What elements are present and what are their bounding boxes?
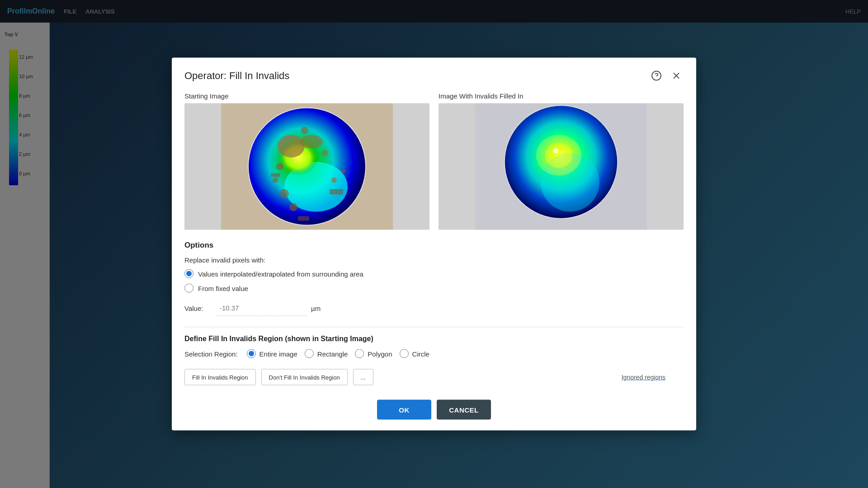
close-button[interactable] (669, 69, 684, 83)
bottom-row: Fill In Invalids Region Don't Fill In In… (184, 369, 684, 385)
svg-rect-21 (271, 174, 280, 177)
svg-point-13 (331, 178, 337, 183)
starting-image-label: Starting Image (184, 92, 429, 100)
svg-point-14 (280, 189, 289, 198)
svg-point-17 (341, 169, 345, 174)
starting-image-svg (184, 103, 429, 230)
replace-label: Replace invalid pixels with: (184, 256, 684, 264)
svg-point-10 (278, 135, 305, 158)
starting-image-container (184, 103, 429, 230)
dialog-title: Operator: Fill In Invalids (184, 70, 289, 82)
close-icon (671, 70, 682, 81)
region-circle-label: Circle (412, 350, 429, 357)
define-section: Define Fill In Invalids Region (shown in… (184, 335, 684, 358)
images-section: Starting Image (184, 92, 684, 230)
region-polygon[interactable]: Polygon (355, 349, 392, 358)
selection-row: Selection Region: Entire image Rectangle… (184, 349, 684, 358)
help-icon (651, 70, 662, 81)
result-image-label: Image With Invalids Filled In (439, 92, 684, 100)
dialog-header: Operator: Fill In Invalids (184, 69, 684, 83)
value-label: Value: (184, 304, 212, 312)
region-rectangle[interactable]: Rectangle (305, 349, 348, 358)
region-polygon-label: Polygon (368, 350, 392, 357)
selection-label: Selection Region: (184, 350, 238, 357)
region-circle[interactable]: Circle (400, 349, 429, 358)
svg-point-18 (273, 178, 278, 183)
region-entire[interactable]: Entire image (247, 349, 297, 358)
svg-rect-22 (298, 216, 309, 221)
dialog-header-actions (649, 69, 684, 83)
options-title: Options (184, 241, 684, 250)
result-image-panel: Image With Invalids Filled In (439, 92, 684, 230)
dont-fill-region-button[interactable]: Don't Fill In Invalids Region (261, 369, 348, 385)
region-circle-input[interactable] (400, 349, 409, 358)
region-entire-label: Entire image (259, 350, 297, 357)
action-buttons: OK CANCEL (184, 396, 684, 420)
value-input[interactable] (216, 300, 307, 316)
help-button[interactable] (649, 69, 664, 83)
extra-button[interactable]: ... (353, 369, 373, 385)
options-section: Options Replace invalid pixels with: Val… (184, 241, 684, 316)
define-title: Define Fill In Invalids Region (shown in… (184, 335, 684, 343)
replace-radio-group: Values interpolated/extrapolated from su… (184, 269, 684, 293)
result-image-container (439, 103, 684, 230)
cancel-button[interactable]: CANCEL (437, 400, 491, 420)
svg-point-15 (322, 150, 328, 156)
region-entire-input[interactable] (247, 349, 256, 358)
starting-image-panel: Starting Image (184, 92, 429, 230)
radio-fixed-label: From fixed value (198, 284, 248, 292)
svg-rect-20 (330, 189, 343, 195)
value-unit: µm (311, 304, 321, 312)
radio-interpolate-label: Values interpolated/extrapolated from su… (198, 270, 363, 277)
value-row: Value: µm (184, 300, 684, 316)
svg-point-29 (545, 143, 572, 168)
svg-point-16 (289, 203, 297, 211)
svg-point-12 (276, 163, 283, 170)
ignored-regions-label: Ignored regions (622, 374, 665, 381)
svg-point-30 (553, 148, 558, 154)
fill-region-button[interactable]: Fill In Invalids Region (184, 369, 256, 385)
fill-invalids-dialog: Operator: Fill In Invalids Starting Imag… (172, 58, 696, 431)
region-polygon-input[interactable] (355, 349, 364, 358)
region-rectangle-label: Rectangle (317, 350, 348, 357)
radio-fixed-input[interactable] (184, 284, 193, 293)
radio-fixed[interactable]: From fixed value (184, 284, 684, 293)
ok-button[interactable]: OK (377, 400, 431, 420)
svg-point-19 (301, 127, 308, 134)
region-rectangle-input[interactable] (305, 349, 314, 358)
divider-1 (184, 327, 684, 328)
radio-interpolate-input[interactable] (184, 269, 193, 278)
result-image-svg (439, 103, 684, 230)
svg-point-11 (300, 135, 323, 149)
radio-interpolate[interactable]: Values interpolated/extrapolated from su… (184, 269, 684, 278)
